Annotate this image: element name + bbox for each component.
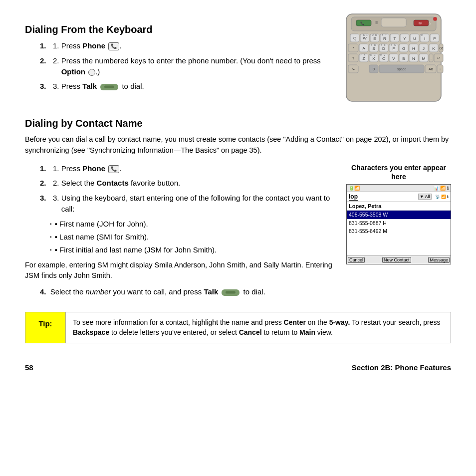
svg-text:8: 8 [370,53,372,56]
filter-all: ▼ All [418,194,432,200]
bullet-text: Last name (SMI for Smith). [59,232,149,242]
step-content: Select the Contacts favorite button. [61,178,180,189]
contacts-bold: Contacts [97,179,129,187]
number-italic: number [86,287,111,296]
svg-text:R: R [383,36,386,41]
contact-steps-left: 1. Press Phone . 2. Select the Contacts … [25,163,336,302]
svg-text:W: W [363,36,367,40]
talk-icon [100,84,118,90]
page-number: 58 [25,363,33,372]
section-keyboard: Dialing From the Keyboard 1. Press Phone… [25,15,451,109]
svg-text:E: E [373,36,376,41]
screen-search: lop ▼ All 📡 📶 ℹ [347,192,451,202]
contact-step-3: 3. Using the keyboard, start entering on… [40,193,336,215]
footer-section-title: Section 2B: Phone Features [352,363,451,372]
svg-point-4 [433,17,437,21]
svg-text:P: P [433,36,436,41]
section-contact-intro: Before you can dial a call by contact na… [25,134,451,156]
bullet-text: First initial and last name (JSM for Joh… [59,244,217,255]
svg-text:G: G [402,46,405,51]
svg-text:T: T [394,36,396,41]
bullet-icon: ▪ [55,219,60,229]
screen-header: 🔋📶 📊 📶 ℹ [347,185,451,192]
keyboard-step-3: 3. Press Talk to dial. [40,81,326,92]
keyboard-device-image: 📞 ☰ ✉ ⌂ Q W 1 E 2 R E 3 [341,10,451,109]
tip-center-bold: Center [284,318,306,326]
section-keyboard-title: Dialing From the Keyboard [25,24,326,35]
tip-box: Tip: To see more information for a conta… [25,312,451,343]
tip-main-bold: Main [299,328,315,336]
svg-text:Z: Z [363,56,365,61]
step-number: 3. [53,193,61,204]
footer-btn-cancel[interactable]: Cancel [348,257,365,263]
step-number: 3. [53,81,61,92]
svg-text:☰: ☰ [375,21,378,24]
svg-text:📞: 📞 [360,21,365,25]
contact-name: Lopez, Petra [347,202,451,211]
bullet-icon: ▪ [55,244,60,255]
contact-step-2: 2. Select the Contacts favorite button. [40,178,336,189]
svg-text:M: M [422,56,426,61]
step-content: Press Phone . [61,163,122,174]
step-number: 2. [53,178,61,189]
svg-text:.: . [431,56,432,60]
phone-bold: Phone [82,41,105,50]
contact-number-1: 408-555-3508 W [347,211,451,219]
contact-step-1: 1. Press Phone . [40,163,336,174]
step-number: 1. [53,40,61,51]
bullet-item-3: ▪ First initial and last name (JSM for J… [50,244,336,255]
svg-text:0: 0 [421,33,423,36]
step-number: 1. [53,163,61,174]
screen-spacer [347,236,451,255]
option-bold: Option [61,67,85,76]
svg-text:space: space [397,67,407,71]
key-row-1: Q W 1 E 2 R E 3 T R T Y [350,33,439,42]
svg-text:↕: ↕ [440,68,441,71]
number-text-1: 408-555-3508 W [349,212,388,218]
screen-footer: Cancel New Contact Message [347,255,451,264]
footer-btn-message[interactable]: Message [428,257,450,263]
svg-text:↵: ↵ [437,56,441,60]
bullet-icon: ▪ [55,232,60,242]
svg-text:Y: Y [403,36,406,41]
svg-text:F: F [393,46,395,51]
step-number: 2. [53,55,61,66]
signal-icons: 📡 📶 ℹ [435,195,449,199]
svg-text:I: I [424,36,425,41]
bullet-list: ▪ First name (JOH for John). ▪ Last name… [50,219,336,255]
tip-5way-bold: 5-way. [329,318,350,326]
key-row-2: * A 4 D S 5 F D 6 G F G [348,43,444,52]
step-content: Press the numbered keys to enter the pho… [61,55,326,77]
contact-number-2: 831-555-0887 H [347,219,451,228]
svg-text:B: B [402,56,405,61]
svg-text:K: K [432,46,435,51]
screen-header-left: 🔋📶 [349,186,360,191]
svg-text:D: D [382,46,385,51]
svg-text:⌫: ⌫ [439,47,444,50]
keyboard-step-1: 1. Press Phone . [40,40,326,51]
tip-backspace-bold: Backspace [73,328,109,336]
svg-text:✉: ✉ [419,21,422,25]
page-footer: 58 Section 2B: Phone Features [25,358,451,372]
phone-icon-2 [108,165,119,173]
keyboard-steps-list: 1. Press Phone . 2. Press the numbered k… [40,40,326,92]
keyboard-step-2: 2. Press the numbered keys to enter the … [40,55,326,77]
phone-screen: 🔋📶 📊 📶 ℹ lop ▼ All 📡 📶 ℹ Lopez, Petra 40… [346,184,451,264]
phone-icon [108,42,119,50]
svg-text:1: 1 [366,33,368,36]
step4-number: 4. [40,287,48,296]
phone-bold-2: Phone [82,164,105,173]
section-keyboard-content: Dialing From the Keyboard 1. Press Phone… [25,15,326,96]
screen-header-right: 📊 📶 ℹ [434,186,449,191]
step4-content: Select the number you want to call, and … [50,287,265,296]
contact-steps-area: 1. Press Phone . 2. Select the Contacts … [25,163,451,302]
example-text: For example, entering SM might display S… [25,260,336,282]
svg-rect-5 [381,18,406,27]
screen-container: Characters you enter appear here 🔋📶 📊 📶 … [346,163,451,264]
screen-label-text: Characters you enter appear here [351,164,446,181]
footer-btn-new-contact[interactable]: New Contact [382,257,411,263]
tip-cancel-bold: Cancel [239,328,262,336]
svg-text:U: U [413,36,416,41]
svg-text:6: 6 [391,43,392,46]
svg-text:X: X [372,56,375,61]
